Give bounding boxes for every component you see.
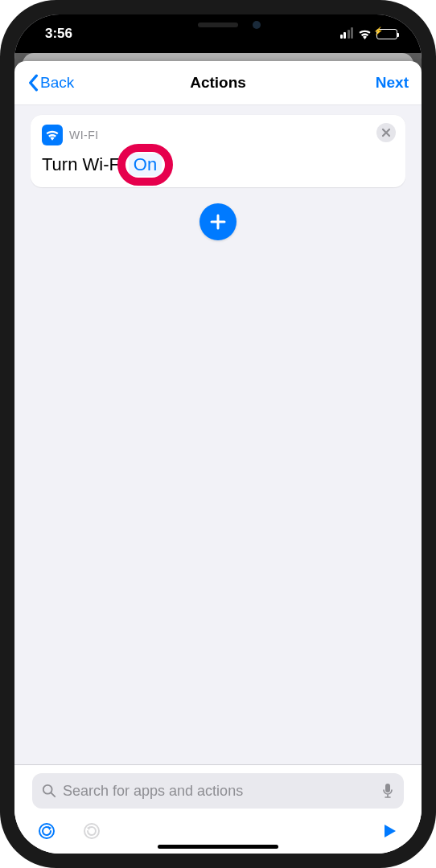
nav-bar: Back Actions Next (14, 61, 422, 104)
svg-point-3 (84, 824, 99, 838)
back-label: Back (40, 74, 74, 92)
svg-rect-1 (385, 784, 390, 792)
action-category-label: WI-FI (69, 129, 99, 141)
action-text-prefix: Turn Wi-Fi (42, 154, 124, 175)
search-icon (42, 784, 56, 798)
close-icon (381, 128, 391, 137)
run-button[interactable] (378, 820, 401, 842)
next-button[interactable]: Next (376, 74, 409, 92)
action-card-wifi[interactable]: WI-FI Turn Wi-Fi On (31, 115, 405, 187)
search-input[interactable]: Search for apps and actions (32, 773, 404, 809)
svg-point-2 (39, 824, 54, 838)
dictation-icon[interactable] (381, 783, 394, 799)
battery-icon: ⚡ (376, 29, 397, 39)
add-action-button[interactable] (199, 203, 237, 240)
back-button[interactable]: Back (27, 74, 74, 92)
wifi-state-parameter[interactable]: On (129, 154, 162, 176)
wifi-status-icon (358, 29, 372, 39)
undo-icon (37, 821, 56, 841)
play-icon (381, 823, 397, 839)
home-indicator[interactable] (158, 845, 278, 849)
status-time: 3:56 (45, 26, 72, 42)
search-placeholder: Search for apps and actions (63, 783, 375, 800)
cellular-signal-icon (340, 29, 354, 39)
notch (134, 14, 302, 39)
plus-icon (209, 213, 227, 231)
svg-point-0 (43, 785, 52, 794)
wifi-icon (42, 125, 63, 145)
chevron-left-icon (27, 74, 39, 92)
redo-button[interactable] (80, 820, 103, 842)
delete-action-button[interactable] (376, 123, 396, 142)
page-title: Actions (14, 74, 422, 92)
redo-icon (82, 821, 101, 841)
undo-button[interactable] (35, 820, 58, 842)
